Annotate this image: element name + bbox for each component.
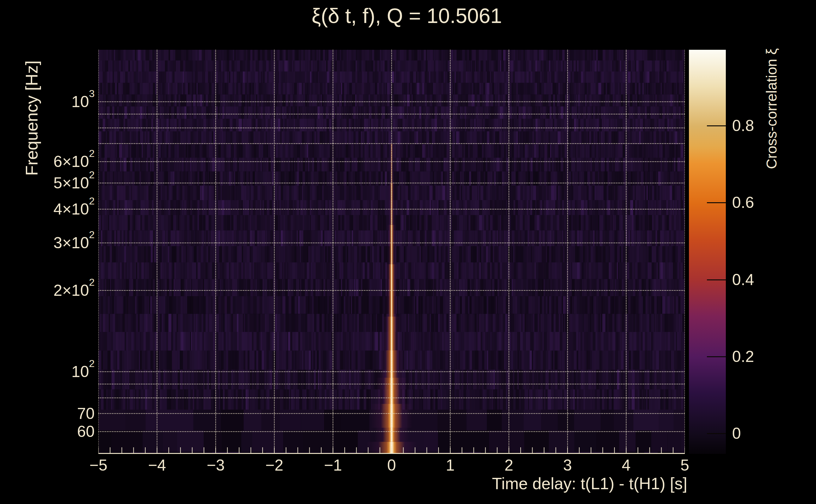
colorbar-tick-label-0: 0 [732,425,783,442]
colorbar-tick-0.2 [707,356,726,357]
colorbar-tick-0.8 [707,125,726,126]
x-axis-title: Time delay: t(L1) - t(H1) [s] [432,474,747,493]
x-tick-label-5: 5 [660,457,710,474]
x-tick-label-3: 3 [542,457,593,474]
colorbar-tick-0.6 [707,202,726,203]
y-tick-label-1000: 103 [0,93,95,110]
x-tick-label--4: −4 [132,457,182,474]
x-tick-label-0: 0 [366,457,417,474]
x-tick-label-4: 4 [601,457,652,474]
colorbar-title: Cross-correlation ξ [763,48,780,169]
colorbar-gradient [689,50,726,454]
colorbar-tick-label-0.2: 0.2 [732,348,783,365]
x-tick-label--5: −5 [73,457,123,474]
y-tick-label-300: 3×102 [0,234,95,251]
x-tick-label-1: 1 [425,457,475,474]
y-tick-label-600: 6×102 [0,153,95,170]
x-tick-label--1: −1 [308,457,358,474]
colorbar-tick-0.4 [707,279,726,280]
y-tick-label-500: 5×102 [0,175,95,192]
x-tick-label-2: 2 [484,457,534,474]
colorbar-tick-label-0.4: 0.4 [732,271,783,288]
x-tick-label--3: −3 [190,457,241,474]
page-title: ξ(δ t, f), Q = 10.5061 [202,4,612,27]
correlation-heatmap [98,50,685,454]
y-tick-label-400: 4×102 [0,201,95,218]
y-tick-label-100: 102 [0,363,95,380]
colorbar-tick-label-0.6: 0.6 [732,194,783,211]
x-tick-label--2: −2 [249,457,300,474]
y-tick-label-70: 70 [0,405,95,422]
y-tick-label-200: 2×102 [0,282,95,299]
colorbar-tick-0 [707,433,726,434]
y-tick-label-60: 60 [0,423,95,440]
